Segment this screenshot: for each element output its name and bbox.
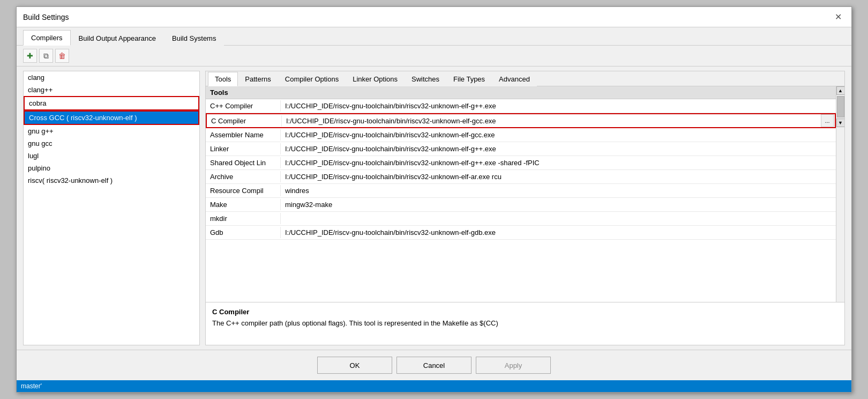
tab-compilers[interactable]: Compilers (23, 30, 71, 46)
ok-button[interactable]: OK (317, 357, 392, 374)
tool-row-shared-object[interactable]: Shared Object Lin I:/UCCHIP_IDE/riscv-gn… (206, 156, 836, 170)
status-bar: master' (17, 380, 851, 392)
tool-name-archive: Archive (206, 171, 281, 182)
inner-tab-patterns[interactable]: Patterns (238, 72, 278, 86)
compiler-item-gnu-gpp[interactable]: gnu g++ (24, 125, 199, 137)
scrollbar-down-button[interactable]: ▼ (836, 119, 845, 127)
description-text: The C++ compiler path (plus optional fla… (212, 319, 838, 327)
inner-tab-linker-options[interactable]: Linker Options (346, 72, 405, 86)
compiler-item-gnu-gcc[interactable]: gnu gcc (24, 137, 199, 150)
tool-row-linker[interactable]: Linker I:/UCCHIP_IDE/riscv-gnu-toolchain… (206, 142, 836, 156)
dialog-title: Build Settings (23, 13, 69, 21)
inner-tab-switches[interactable]: Switches (405, 72, 446, 86)
content-area: clang clang++ cobra Cross GCC ( riscv32-… (17, 66, 851, 350)
inner-tab-tools[interactable]: Tools (208, 72, 238, 86)
description-box: C Compiler The C++ compiler path (plus o… (206, 302, 844, 345)
tool-name-cpp-compiler: C++ Compiler (206, 100, 281, 112)
tool-value-make: mingw32-make (281, 199, 836, 210)
scrollbar-thumb[interactable] (837, 96, 844, 117)
tool-name-assembler: Assembler Name (206, 129, 281, 141)
tool-value-resource-compil: windres (281, 185, 836, 196)
build-settings-dialog: Build Settings ✕ Compilers Build Output … (16, 6, 852, 393)
tab-build-systems[interactable]: Build Systems (164, 31, 224, 46)
compilers-list: clang clang++ cobra Cross GCC ( riscv32-… (23, 71, 200, 345)
delete-compiler-button[interactable]: 🗑 (55, 49, 69, 63)
inner-tab-compiler-options[interactable]: Compiler Options (278, 72, 346, 86)
tool-name-linker: Linker (206, 143, 281, 154)
tab-build-output-appearance[interactable]: Build Output Appearance (71, 31, 164, 46)
scrollbar-track: ▲ ▼ (836, 86, 844, 302)
tool-value-c-compiler: I:/UCCHIP_IDE/riscv-gnu-toolchain/bin/ri… (282, 115, 821, 127)
delete-icon: 🗑 (58, 51, 66, 60)
tool-value-mkdir (281, 217, 836, 220)
tool-name-gdb: Gdb (206, 227, 281, 238)
tool-row-archive[interactable]: Archive I:/UCCHIP_IDE/riscv-gnu-toolchai… (206, 170, 836, 184)
tool-name-shared-object: Shared Object Lin (206, 157, 281, 168)
toolbar: ✚ ⧉ 🗑 (17, 46, 851, 66)
tool-value-shared-object: I:/UCCHIP_IDE/riscv-gnu-toolchain/bin/ri… (281, 157, 836, 168)
tool-row-make[interactable]: Make mingw32-make (206, 198, 836, 212)
tools-table-area: Tools C++ Compiler I:/UCCHIP_IDE/riscv-g… (206, 86, 844, 302)
tool-edit-button[interactable]: ... (821, 114, 834, 127)
apply-button[interactable]: Apply (476, 357, 551, 374)
tool-value-assembler: I:/UCCHIP_IDE/riscv-gnu-toolchain/bin/ri… (281, 129, 836, 141)
tool-value-archive: I:/UCCHIP_IDE/riscv-gnu-toolchain/bin/ri… (281, 171, 836, 182)
tool-name-mkdir: mkdir (206, 213, 281, 224)
tool-row-cpp-compiler[interactable]: C++ Compiler I:/UCCHIP_IDE/riscv-gnu-too… (206, 99, 836, 113)
copy-icon: ⧉ (43, 51, 49, 61)
tool-value-linker: I:/UCCHIP_IDE/riscv-gnu-toolchain/bin/ri… (281, 143, 836, 154)
status-text: master' (21, 382, 42, 390)
tool-name-c-compiler: C Compiler (207, 115, 282, 127)
tool-name-make: Make (206, 199, 281, 210)
tool-row-mkdir[interactable]: mkdir (206, 212, 836, 226)
tool-value-cpp-compiler: I:/UCCHIP_IDE/riscv-gnu-toolchain/bin/ri… (281, 100, 836, 112)
add-icon: ✚ (27, 51, 33, 60)
compiler-item-cobra[interactable]: cobra (24, 96, 199, 110)
close-button[interactable]: ✕ (832, 12, 845, 23)
tool-name-resource-compil: Resource Compil (206, 185, 281, 196)
tools-section-header: Tools (206, 86, 836, 99)
inner-tab-file-types[interactable]: File Types (446, 72, 492, 86)
copy-compiler-button[interactable]: ⧉ (39, 49, 53, 63)
footer: OK Cancel Apply (17, 350, 851, 380)
compiler-item-clangpp[interactable]: clang++ (24, 84, 199, 96)
tool-row-assembler[interactable]: Assembler Name I:/UCCHIP_IDE/riscv-gnu-t… (206, 128, 836, 142)
compiler-item-pulpino[interactable]: pulpino (24, 162, 199, 174)
compiler-item-cross-gcc[interactable]: Cross GCC ( riscv32-unknown-elf ) (24, 110, 199, 125)
compiler-item-lugl[interactable]: lugl (24, 150, 199, 162)
main-tab-bar: Compilers Build Output Appearance Build … (17, 27, 851, 46)
description-title: C Compiler (212, 308, 838, 316)
inner-tab-advanced[interactable]: Advanced (492, 72, 537, 86)
right-panel: Tools Patterns Compiler Options Linker O… (205, 71, 845, 345)
compiler-item-riscv[interactable]: riscv( riscv32-unknown-elf ) (24, 174, 199, 187)
tool-row-c-compiler[interactable]: C Compiler I:/UCCHIP_IDE/riscv-gnu-toolc… (206, 113, 836, 128)
cancel-button[interactable]: Cancel (396, 357, 472, 374)
scrollbar-up-button[interactable]: ▲ (836, 86, 845, 95)
compiler-item-clang[interactable]: clang (24, 71, 199, 84)
inner-tab-bar: Tools Patterns Compiler Options Linker O… (206, 71, 844, 86)
title-bar: Build Settings ✕ (17, 7, 851, 27)
tool-row-resource-compil[interactable]: Resource Compil windres (206, 184, 836, 198)
add-compiler-button[interactable]: ✚ (23, 49, 37, 63)
tool-value-gdb: I:/UCCHIP_IDE/riscv-gnu-toolchain/bin/ri… (281, 227, 836, 238)
tools-table-content: Tools C++ Compiler I:/UCCHIP_IDE/riscv-g… (206, 86, 836, 302)
tool-row-gdb[interactable]: Gdb I:/UCCHIP_IDE/riscv-gnu-toolchain/bi… (206, 226, 836, 240)
